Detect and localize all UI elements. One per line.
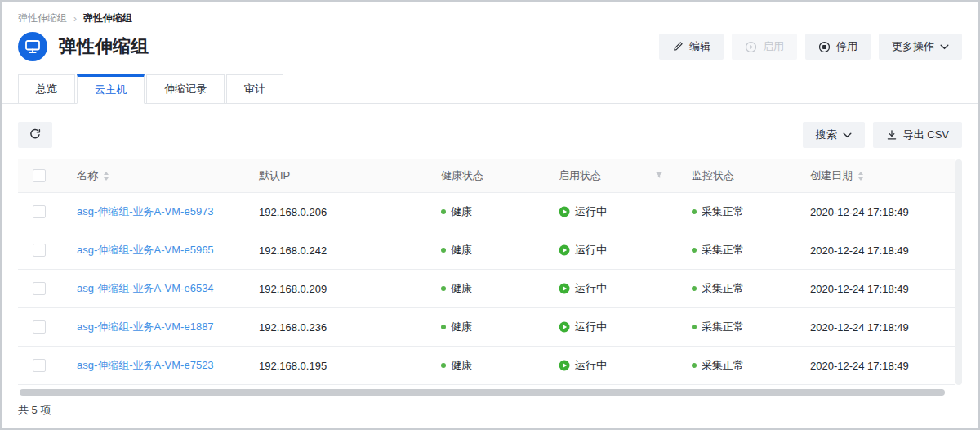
row-checkbox[interactable] [33, 205, 46, 218]
select-all-checkbox[interactable] [33, 169, 46, 182]
row-checkbox[interactable] [33, 359, 46, 372]
table-row: asg-伸缩组-业务A-VM-e7523 192.168.0.195 健康 运行… [18, 347, 955, 385]
edit-button[interactable]: 编辑 [659, 34, 724, 60]
table-toolbar: 搜索 导出 CSV [18, 122, 962, 148]
horizontal-scrollbar [18, 389, 962, 396]
table-row: asg-伸缩组-业务A-VM-e5965 192.168.0.242 健康 运行… [18, 231, 955, 270]
monitor-status-cell: 采集正常 [675, 320, 794, 334]
export-csv-label: 导出 CSV [903, 128, 949, 142]
chevron-down-icon [843, 132, 852, 138]
default-ip-cell: 192.168.0.195 [243, 360, 425, 372]
tab-bar: 总览 云主机 伸缩记录 审计 [2, 74, 978, 104]
created-date-cell: 2020-12-24 17:18:49 [794, 206, 955, 218]
column-header-created[interactable]: 创建日期 [794, 168, 955, 183]
breadcrumb-parent[interactable]: 弹性伸缩组 [18, 11, 67, 25]
vm-name-link[interactable]: asg-伸缩组-业务A-VM-e1887 [77, 320, 214, 334]
default-ip-cell: 192.168.0.206 [243, 206, 425, 218]
breadcrumb-current: 弹性伸缩组 [83, 11, 132, 25]
column-header-enable: 启用状态 [542, 168, 675, 183]
health-status-label: 健康 [451, 243, 472, 258]
row-checkbox-cell [18, 320, 60, 334]
tab-overview[interactable]: 总览 [18, 74, 75, 104]
vm-name-link[interactable]: asg-伸缩组-业务A-VM-e5965 [77, 243, 214, 258]
row-checkbox-cell [18, 244, 60, 257]
created-date-value: 2020-12-24 17:18:49 [810, 321, 909, 334]
monitor-status-dot-icon [692, 363, 697, 368]
pencil-icon [672, 41, 684, 52]
row-checkbox[interactable] [33, 244, 46, 257]
vm-name-cell: asg-伸缩组-业务A-VM-e5973 [60, 204, 243, 219]
vm-name-link[interactable]: asg-伸缩组-业务A-VM-e7523 [77, 358, 214, 373]
created-date-cell: 2020-12-24 17:18:49 [794, 283, 955, 295]
row-checkbox-cell [18, 205, 60, 218]
monitor-status-label: 采集正常 [702, 243, 744, 258]
enable-status-label: 运行中 [575, 204, 607, 219]
enable-button[interactable]: 启用 [732, 34, 797, 60]
vertical-scrollbar[interactable] [956, 159, 962, 385]
tab-audit[interactable]: 审计 [226, 74, 283, 104]
monitor-status-label: 采集正常 [702, 320, 744, 334]
running-play-icon [559, 244, 570, 256]
health-status-dot-icon [441, 248, 446, 253]
default-ip-value: 192.168.0.242 [259, 244, 327, 257]
column-label-created: 创建日期 [810, 168, 853, 183]
download-icon [886, 129, 898, 141]
default-ip-value: 192.168.0.206 [259, 206, 327, 218]
created-date-value: 2020-12-24 17:18:49 [810, 283, 909, 295]
enable-status-cell: 运行中 [542, 320, 675, 334]
sort-icon[interactable] [103, 171, 109, 181]
column-header-health: 健康状态 [425, 168, 542, 183]
enable-status-label: 运行中 [575, 358, 607, 373]
created-date-value: 2020-12-24 17:18:49 [810, 360, 909, 372]
column-header-monitor: 监控状态 [675, 168, 794, 183]
row-checkbox[interactable] [33, 282, 46, 295]
chevron-down-icon [940, 44, 949, 50]
health-status-dot-icon [441, 286, 446, 291]
header-actions: 编辑 启用 停用 [659, 34, 962, 60]
tab-scaling-records[interactable]: 伸缩记录 [146, 74, 225, 104]
horizontal-scrollbar-thumb[interactable] [20, 389, 945, 396]
vm-name-link[interactable]: asg-伸缩组-业务A-VM-e6534 [77, 281, 214, 296]
health-status-cell: 健康 [425, 320, 542, 334]
created-date-value: 2020-12-24 17:18:49 [810, 244, 909, 257]
stop-button[interactable]: 停用 [805, 34, 871, 60]
default-ip-cell: 192.168.0.209 [243, 283, 425, 295]
column-header-ip: 默认IP [243, 168, 425, 183]
health-status-cell: 健康 [425, 204, 542, 219]
more-actions-button[interactable]: 更多操作 [879, 34, 962, 60]
refresh-button[interactable] [18, 122, 52, 148]
monitor-status-dot-icon [692, 209, 697, 214]
running-play-icon [559, 283, 570, 294]
column-header-name[interactable]: 名称 [60, 168, 243, 183]
default-ip-value: 192.168.0.209 [259, 283, 327, 295]
row-checkbox[interactable] [33, 320, 46, 334]
running-play-icon [559, 321, 570, 333]
column-label-name: 名称 [77, 168, 98, 183]
enable-status-cell: 运行中 [542, 281, 675, 296]
search-button[interactable]: 搜索 [803, 122, 865, 148]
play-circle-icon [745, 41, 757, 53]
health-status-dot-icon [441, 363, 446, 368]
row-checkbox-cell [18, 282, 60, 295]
sort-icon[interactable] [858, 171, 864, 181]
vm-name-cell: asg-伸缩组-业务A-VM-e7523 [60, 358, 243, 373]
filter-icon[interactable] [654, 170, 664, 182]
monitor-status-cell: 采集正常 [675, 358, 794, 373]
tab-cloud-hosts[interactable]: 云主机 [77, 74, 145, 104]
monitor-status-dot-icon [692, 325, 697, 329]
export-csv-button[interactable]: 导出 CSV [873, 122, 962, 148]
vm-name-cell: asg-伸缩组-业务A-VM-e5965 [60, 243, 243, 258]
monitor-icon [18, 32, 47, 61]
health-status-cell: 健康 [425, 358, 542, 373]
page-header: 弹性伸缩组 编辑 启用 [2, 25, 978, 61]
running-play-icon [559, 206, 570, 217]
search-button-label: 搜索 [816, 128, 837, 142]
enable-status-cell: 运行中 [542, 204, 675, 219]
table-body: asg-伸缩组-业务A-VM-e5973 192.168.0.206 健康 运行… [18, 193, 955, 385]
vm-name-link[interactable]: asg-伸缩组-业务A-VM-e5973 [77, 204, 214, 219]
stop-button-label: 停用 [836, 39, 858, 54]
breadcrumb-separator: › [74, 13, 77, 25]
monitor-status-dot-icon [692, 286, 697, 291]
health-status-label: 健康 [451, 320, 472, 334]
column-label-monitor: 监控状态 [692, 168, 734, 183]
